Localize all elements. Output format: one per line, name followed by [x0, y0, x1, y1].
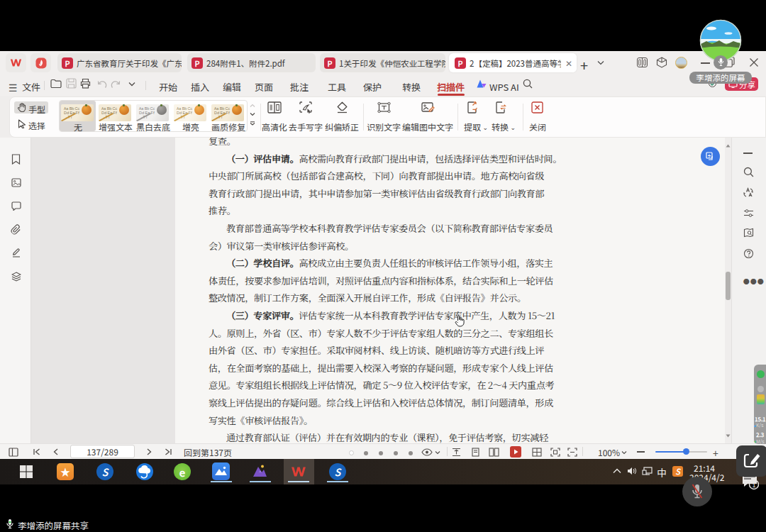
svg-text:1: 1 [752, 482, 755, 489]
